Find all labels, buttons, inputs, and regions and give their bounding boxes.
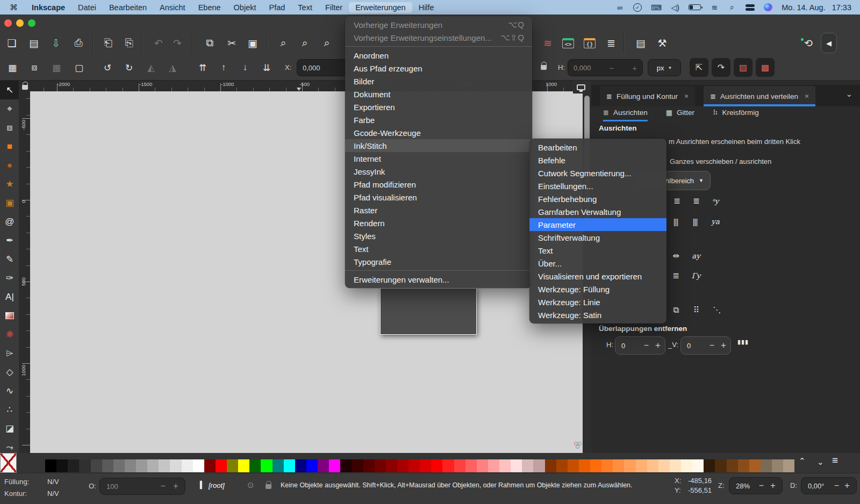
palette-swatch[interactable] xyxy=(533,459,544,472)
menubar-item[interactable]: Pfad xyxy=(263,2,292,13)
palette-swatch[interactable] xyxy=(284,459,295,472)
submenu-item[interactable]: Parameter xyxy=(529,218,666,231)
lower-icon[interactable]: ↓ xyxy=(235,58,255,77)
spray-tool[interactable]: ∴ xyxy=(0,400,19,419)
increment-icon[interactable]: + xyxy=(626,63,637,73)
scale-stroke-toggle[interactable]: ⇱ xyxy=(690,58,708,77)
scale-corners-toggle[interactable]: ↷ xyxy=(712,58,730,77)
print-icon[interactable]: ⎙ xyxy=(69,33,88,53)
flip-vertical-icon[interactable]: ◮ xyxy=(163,58,182,77)
vertical-ruler[interactable]: -50005001000 xyxy=(19,91,30,454)
open-document-icon[interactable]: ▤ xyxy=(24,33,44,53)
menu-item[interactable]: Gcode-Werkzeuge xyxy=(345,126,532,139)
menu-item[interactable]: JessyInk xyxy=(345,165,532,178)
close-icon[interactable]: × xyxy=(802,92,809,100)
overlap-h-field[interactable]: 0 − + xyxy=(615,336,665,355)
text-anchor-horizontal-icon[interactable]: ay xyxy=(688,248,704,263)
palette-swatch[interactable] xyxy=(624,459,635,472)
menu-item[interactable]: Raster xyxy=(345,204,532,217)
zoom-field[interactable]: 28% − + xyxy=(729,477,783,494)
palette-swatch[interactable] xyxy=(420,459,431,472)
zoom-drawing-icon[interactable]: ⌕ xyxy=(295,33,314,53)
menu-item[interactable]: Text xyxy=(345,242,532,255)
submenu-item[interactable]: Über... xyxy=(529,257,666,270)
palette-swatch[interactable] xyxy=(397,459,408,472)
menubar-item[interactable]: Erweiterungen xyxy=(349,2,412,13)
menubar-item[interactable]: Hilfe xyxy=(412,2,441,13)
lock-guides-icon[interactable] xyxy=(22,85,28,90)
palette-swatch[interactable] xyxy=(442,459,454,472)
palette-swatch[interactable] xyxy=(318,459,329,472)
decrement-icon[interactable]: − xyxy=(603,63,614,73)
save-icon[interactable]: ⇩ xyxy=(46,33,66,53)
layer-visibility-eye-icon[interactable]: ⊙ xyxy=(247,480,254,490)
submenu-item[interactable]: Text xyxy=(529,244,666,257)
undo-icon[interactable]: ↶ xyxy=(149,33,168,53)
siri-icon[interactable] xyxy=(764,3,772,11)
menu-item[interactable]: Anordnen xyxy=(345,49,532,62)
height-field[interactable]: 0,000 − + xyxy=(568,59,643,76)
palette-swatch[interactable] xyxy=(102,459,113,472)
move-as-group-checkbox-label[interactable]: Ganzes verschieben / ausrichten xyxy=(670,157,771,165)
palette-scroll-up-icon[interactable]: ⌃ xyxy=(799,456,806,466)
scatter-icon[interactable]: ⋱ xyxy=(708,303,725,318)
palette-swatch[interactable] xyxy=(79,459,90,472)
gradient-tool[interactable] xyxy=(0,306,19,325)
shape-builder-tool[interactable]: ⧈ xyxy=(0,118,19,137)
transform-patterns-toggle[interactable]: ▩ xyxy=(756,58,775,77)
menu-item[interactable]: Exportieren xyxy=(345,100,532,113)
redo-icon[interactable]: ↷ xyxy=(168,33,187,53)
zoom-selection-icon[interactable]: ⌕ xyxy=(274,33,293,53)
menu-item[interactable]: Pfad visualisieren xyxy=(345,191,532,204)
inner-tab-grid[interactable]: ▦ Gitter xyxy=(666,109,694,120)
current-layer-label[interactable]: [root] xyxy=(209,481,225,489)
palette-swatch[interactable] xyxy=(136,459,147,472)
rotate-cw-icon[interactable]: ↻ xyxy=(119,58,139,77)
mesh-gradient-tool[interactable]: ❋ xyxy=(0,325,19,344)
x-coordinate-field[interactable]: 0,000 xyxy=(297,59,353,76)
node-tool[interactable]: ⌖ xyxy=(0,99,19,118)
menu-item[interactable]: Vorherige Erweiterungen ⌥Q xyxy=(345,18,532,31)
palette-swatch[interactable] xyxy=(658,459,670,472)
opacity-field[interactable]: 100 − + xyxy=(99,478,185,495)
overlap-v-field[interactable]: 0 − + xyxy=(680,336,731,355)
battery-icon[interactable] xyxy=(689,4,701,10)
volume-icon[interactable]: ◁) xyxy=(671,3,679,12)
move-as-group-icon[interactable]: ⧉ xyxy=(668,303,684,318)
increment-icon[interactable]: + xyxy=(166,481,178,492)
minimize-window-button[interactable] xyxy=(16,19,24,27)
menu-item[interactable] xyxy=(345,46,532,47)
connector-tool[interactable]: ⤳ xyxy=(0,438,19,454)
palette-swatch[interactable] xyxy=(431,459,442,472)
palette-swatch[interactable] xyxy=(454,459,465,472)
color-management-icon[interactable] xyxy=(573,441,585,450)
paste-icon[interactable]: ▣ xyxy=(243,33,262,53)
palette-swatch[interactable] xyxy=(590,459,601,472)
palette-swatch[interactable] xyxy=(749,459,761,472)
palette-swatch[interactable] xyxy=(477,459,488,472)
align-left-edges-icon[interactable]: ≣ xyxy=(688,193,704,208)
menubar-clock[interactable]: Mo. 14. Aug. 17:33 xyxy=(782,3,851,12)
palette-swatch[interactable] xyxy=(91,459,102,472)
menu-item[interactable]: Dokument xyxy=(345,88,532,100)
palette-swatch[interactable] xyxy=(363,459,375,472)
menu-item[interactable]: Vorherige Erweiterungseinstellungen... ⌥… xyxy=(345,31,532,44)
align-top-edges-icon[interactable]: ||| xyxy=(668,214,684,229)
palette-swatch[interactable] xyxy=(783,459,794,472)
palette-swatch[interactable] xyxy=(386,459,397,472)
layer-lock-icon[interactable] xyxy=(266,484,271,489)
raise-icon[interactable]: ↑ xyxy=(214,58,233,77)
display-mode-button[interactable] xyxy=(573,81,589,93)
palette-menu-icon[interactable]: ≡ xyxy=(832,455,838,466)
submenu-item[interactable]: Werkzeuge: Füllung xyxy=(529,283,666,296)
palette-swatch[interactable] xyxy=(56,459,68,472)
submenu-item[interactable]: Werkzeuge: Satin xyxy=(529,308,666,321)
rotation-field[interactable]: 0,00° − + xyxy=(801,477,857,494)
palette-swatch[interactable] xyxy=(647,459,658,472)
tweak-tool[interactable]: ∿ xyxy=(0,381,19,400)
menu-item[interactable]: Rendern xyxy=(345,217,532,229)
submenu-item[interactable]: Werkzeuge: Linie xyxy=(529,296,666,308)
deselect-icon[interactable]: ▦ xyxy=(47,58,66,77)
fill-value[interactable]: N/V xyxy=(47,478,59,486)
palette-swatch[interactable] xyxy=(261,459,272,472)
